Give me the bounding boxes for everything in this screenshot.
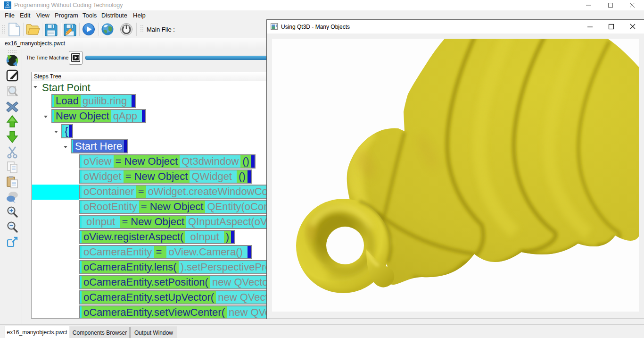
svg-text:pwct: pwct xyxy=(5,6,10,8)
